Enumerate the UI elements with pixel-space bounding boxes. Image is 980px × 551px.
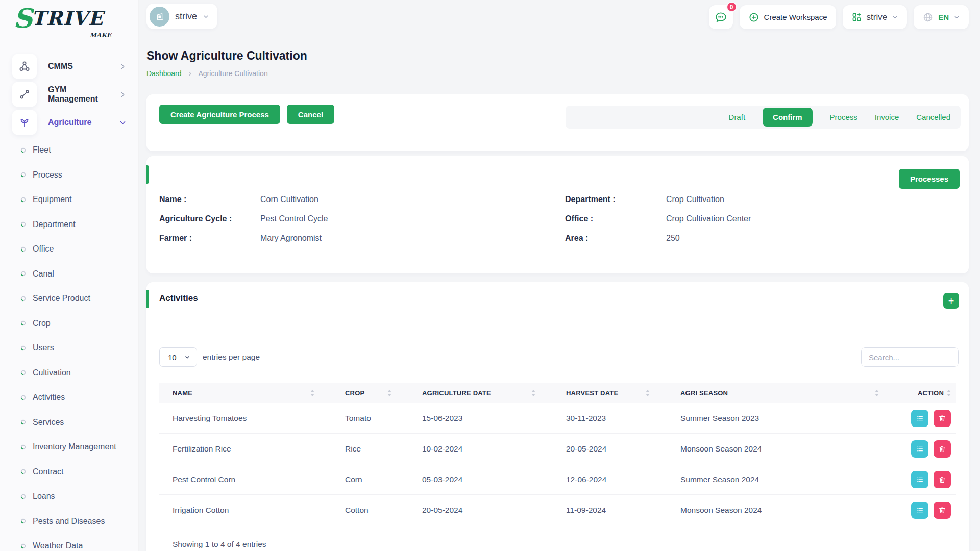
cell-agriculture-date: 05-03-2024 <box>409 464 553 494</box>
column-header-agri-season[interactable]: AGRI SEASON <box>667 383 896 403</box>
field-label: Office : <box>565 213 666 224</box>
topbar-actions: 0 Create Workspace strive EN <box>709 5 969 29</box>
company-selector[interactable]: strive <box>146 4 217 29</box>
chevron-right-icon <box>119 63 127 70</box>
cell-crop: Tomato <box>332 403 409 433</box>
column-header-action[interactable]: ACTION <box>896 383 956 403</box>
field-label: Area : <box>565 233 666 244</box>
chat-button[interactable]: 0 <box>709 5 733 29</box>
view-details-button[interactable] <box>911 471 928 488</box>
sidebar-item-fleet[interactable]: Fleet <box>12 138 134 163</box>
column-header-name[interactable]: NAME <box>159 383 332 403</box>
sidebar-item-label: Loans <box>33 492 55 501</box>
cell-name: Harvesting Tomatoes <box>159 403 332 433</box>
delete-button[interactable] <box>934 440 951 458</box>
sidebar-item-weather-data[interactable]: Weather Data <box>12 534 134 551</box>
sidebar-item-contract[interactable]: Contract <box>12 460 134 485</box>
field-value: Pest Control Cycle <box>260 213 328 224</box>
breadcrumb-dashboard-link[interactable]: Dashboard <box>146 69 182 78</box>
tab-draft[interactable]: Draft <box>729 113 746 121</box>
sidebar-item-inventory-management[interactable]: Inventory Management <box>12 435 134 460</box>
field-label: Name : <box>159 194 260 205</box>
tab-confirm[interactable]: Confirm <box>763 108 813 127</box>
cell-agri-season: Summer Season 2023 <box>667 403 896 433</box>
search-input[interactable] <box>861 347 959 367</box>
bullet-icon <box>20 494 26 499</box>
sidebar-item-equipment[interactable]: Equipment <box>12 187 134 212</box>
sidebar-item-process[interactable]: Process <box>12 163 134 188</box>
sidebar-item-crop[interactable]: Crop <box>12 311 134 336</box>
accent-bar <box>146 165 149 184</box>
entries-per-page-label: entries per page <box>203 353 260 362</box>
bullet-icon <box>20 543 26 549</box>
table-row: Pest Control Corn Corn 05-03-2024 12-06-… <box>159 464 956 495</box>
view-details-button[interactable] <box>911 440 928 458</box>
cell-agriculture-date: 10-02-2024 <box>409 434 553 464</box>
brand-logo[interactable]: STRIVE MAKE <box>13 5 115 38</box>
sidebar-item-label: Process <box>33 170 62 180</box>
sidebar-item-label: Crop <box>33 319 51 328</box>
sidebar-item-users[interactable]: Users <box>12 336 134 361</box>
create-agriculture-process-button[interactable]: Create Agriculture Process <box>159 105 280 124</box>
view-details-button[interactable] <box>911 410 928 427</box>
sidebar-item-service-product[interactable]: Service Product <box>12 286 134 311</box>
sort-icon <box>310 390 314 396</box>
chevron-right-icon <box>119 91 127 98</box>
sidebar-item-label: Equipment <box>33 195 72 204</box>
sort-icon <box>531 390 535 396</box>
sidebar-item-cmms[interactable]: CMMS <box>12 54 134 79</box>
sidebar-item-cultivation[interactable]: Cultivation <box>12 361 134 386</box>
cell-harvest-date: 12-06-2024 <box>553 464 667 494</box>
sidebar-item-loans[interactable]: Loans <box>12 484 134 509</box>
bullet-icon <box>20 197 26 203</box>
delete-button[interactable] <box>934 502 951 519</box>
field-value: Corn Cultivation <box>260 194 318 205</box>
sidebar-item-agriculture[interactable]: Agriculture <box>12 110 134 135</box>
tab-cancelled[interactable]: Cancelled <box>916 113 950 121</box>
view-details-button[interactable] <box>911 502 928 519</box>
add-activity-button[interactable]: + <box>943 293 959 309</box>
sidebar-item-canal[interactable]: Canal <box>12 262 134 287</box>
activities-card: Activities + 10 entries per page NAME CR… <box>146 282 969 551</box>
table-row: Harvesting Tomatoes Tomato 15-06-2023 30… <box>159 403 956 434</box>
column-header-harvest-date[interactable]: HARVEST DATE <box>553 383 667 403</box>
chat-badge: 0 <box>726 2 737 12</box>
activities-table: NAME CROP AGRICULTURE DATE HARVEST DATE … <box>159 383 956 525</box>
tab-process[interactable]: Process <box>830 113 857 121</box>
create-workspace-button[interactable]: Create Workspace <box>740 5 836 29</box>
field-value: Crop Cultivation <box>666 194 724 205</box>
accent-bar <box>146 290 149 308</box>
processes-button[interactable]: Processes <box>899 169 960 189</box>
tab-invoice[interactable]: Invoice <box>875 113 899 121</box>
language-selector[interactable]: EN <box>914 5 969 29</box>
chevron-down-icon <box>953 14 960 20</box>
sidebar-menu: CMMS GYM Management <box>12 54 134 551</box>
column-header-agriculture-date[interactable]: AGRICULTURE DATE <box>409 383 553 403</box>
sidebar-item-services[interactable]: Services <box>12 410 134 435</box>
entries-per-page-select[interactable]: 10 <box>159 347 197 367</box>
actions-card: Create Agriculture Process Cancel Draft … <box>146 94 969 151</box>
logo-s-glyph: S <box>13 5 32 32</box>
bullet-icon <box>20 395 26 400</box>
cell-agri-season: Monsoon Season 2024 <box>667 434 896 464</box>
cancel-button[interactable]: Cancel <box>287 105 334 124</box>
sidebar-item-department[interactable]: Department <box>12 212 134 237</box>
workspace-selector[interactable]: strive <box>843 5 908 29</box>
sidebar-item-label: Pests and Diseases <box>33 517 105 526</box>
sidebar-item-pests-and-diseases[interactable]: Pests and Diseases <box>12 509 134 534</box>
bullet-icon <box>20 518 26 524</box>
cell-harvest-date: 30-11-2023 <box>553 403 667 433</box>
sidebar-item-gym-management[interactable]: GYM Management <box>12 82 134 107</box>
cell-name: Fertilization Rice <box>159 434 332 464</box>
bullet-icon <box>20 345 26 351</box>
cell-actions <box>896 434 956 464</box>
detail-field-area: Area : 250 <box>565 233 751 244</box>
delete-button[interactable] <box>934 410 951 427</box>
field-value: 250 <box>666 233 680 244</box>
field-label: Agriculture Cycle : <box>159 213 260 224</box>
create-workspace-label: Create Workspace <box>764 13 827 21</box>
delete-button[interactable] <box>934 471 951 488</box>
sidebar-item-office[interactable]: Office <box>12 237 134 262</box>
sidebar-item-activities[interactable]: Activities <box>12 385 134 410</box>
column-header-crop[interactable]: CROP <box>332 383 409 403</box>
